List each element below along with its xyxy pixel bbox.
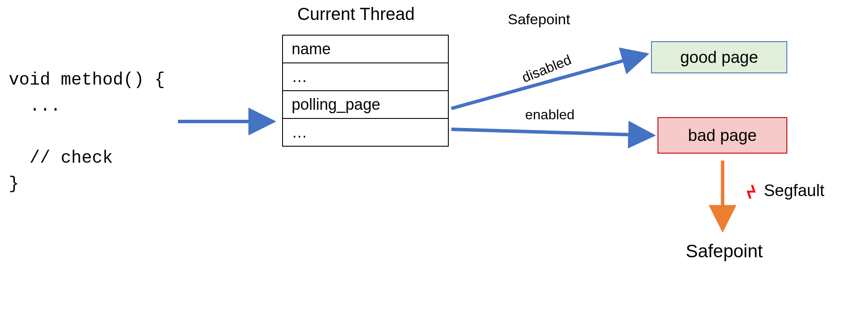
edge-label-enabled: enabled — [525, 107, 575, 123]
diagram-canvas: void method() { ... // check } Current T… — [0, 0, 868, 315]
bad-page-box: bad page — [658, 117, 787, 154]
safepoint-label-bottom: Safepoint — [686, 241, 763, 262]
code-line: } — [9, 174, 19, 194]
thread-row-polling-page: polling_page — [283, 90, 448, 118]
code-line: // check — [9, 148, 113, 168]
code-line: ... — [9, 96, 61, 116]
thread-row: … — [283, 118, 448, 146]
safepoint-label-top: Safepoint — [508, 11, 570, 28]
good-page-label: good page — [680, 48, 758, 67]
code-line: void method() { — [9, 70, 165, 90]
thread-row: name — [283, 36, 448, 62]
thread-title: Current Thread — [297, 4, 415, 24]
bad-page-label: bad page — [688, 126, 757, 145]
edge-label-disabled: disabled — [519, 52, 573, 86]
good-page-box: good page — [651, 41, 787, 73]
arrow-enabled — [451, 129, 653, 135]
segfault-label: Segfault — [764, 181, 824, 200]
thread-row: … — [283, 62, 448, 90]
lightning-icon: ϟ — [746, 182, 757, 202]
code-block: void method() { ... // check } — [9, 41, 165, 197]
thread-table: name … polling_page … — [282, 35, 449, 147]
